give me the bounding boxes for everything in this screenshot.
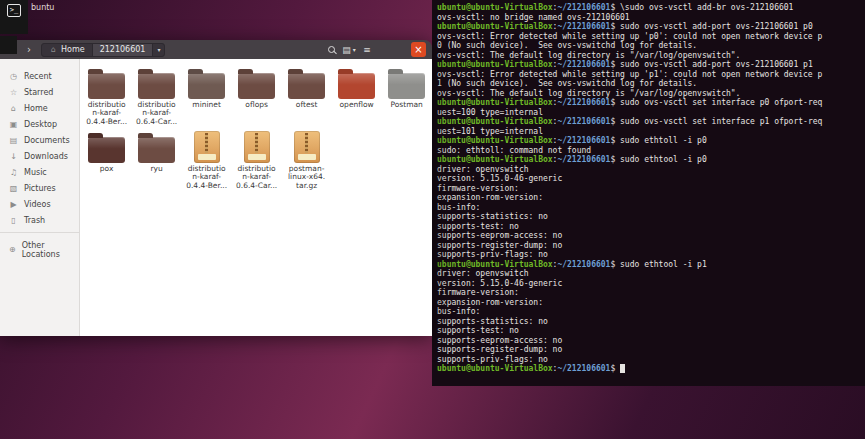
terminal-line: firmware-version:	[437, 288, 865, 298]
pictures-icon: ▧	[9, 184, 18, 193]
breadcrumb-home-label: Home	[61, 45, 85, 54]
terminal-line: supports-eeprom-access: no	[437, 336, 865, 346]
file-item[interactable]: distribution-karaf-0.4.4-Ber...	[82, 65, 132, 129]
file-item[interactable]: openflow	[332, 65, 382, 129]
terminal-cursor	[620, 364, 625, 373]
file-item[interactable]: distribution-karaf-0.4.4-Ber...	[182, 129, 232, 193]
sidebar-item-music[interactable]: ♫Music	[0, 164, 79, 180]
terminal-line: uest=101 type=internal	[437, 127, 865, 137]
trash-icon: ▯	[9, 216, 18, 225]
terminal-line: ubuntu@ubuntu-VirtualBox:~/212106601$ su…	[437, 260, 865, 270]
sidebar-item-downloads[interactable]: ↓Downloads	[0, 148, 79, 164]
sidebar-item-label: Other Locations	[22, 241, 70, 259]
file-item[interactable]: oftest	[282, 65, 332, 129]
view-toggle-button[interactable]: ▤ ▾	[341, 43, 357, 57]
list-view-icon: ▤	[342, 45, 351, 55]
terminal-line: ovs-vsctl: The default log directory is …	[437, 51, 865, 61]
terminal-line: version: 5.15.0-46-generic	[437, 174, 865, 184]
sidebar-item-pictures[interactable]: ▧Pictures	[0, 180, 79, 196]
breadcrumb-home[interactable]: ⌂ Home	[42, 44, 93, 56]
terminal-line: bus-info:	[437, 307, 865, 317]
terminal-line: expansion-rom-version:	[437, 193, 865, 203]
terminal-line: 1 (No such device). See ovs-vswitchd log…	[437, 79, 865, 89]
search-button[interactable]	[323, 43, 339, 57]
search-icon	[328, 46, 335, 53]
path-dropdown-button[interactable]: ▾	[153, 44, 164, 56]
archive-icon	[244, 131, 270, 163]
sidebar-item-desktop[interactable]: ▣Desktop	[0, 116, 79, 132]
archive-icon	[194, 131, 220, 163]
downloads-icon: ↓	[9, 152, 18, 161]
file-label: ryu	[150, 165, 162, 173]
terminal-line: ovs-vsctl: Error detected while setting …	[437, 70, 865, 80]
terminal-line: supports-register-dump: no	[437, 345, 865, 355]
music-icon: ♫	[9, 168, 18, 177]
background-window-corner	[0, 36, 17, 54]
sidebar-item-label: Pictures	[24, 184, 56, 193]
file-item[interactable]: mininet	[182, 65, 232, 129]
terminal-line: ubuntu@ubuntu-VirtualBox:~/212106601$ su…	[437, 136, 865, 146]
folder-icon	[138, 67, 175, 99]
file-label: distribution-karaf-0.6.4-Car...	[136, 101, 177, 126]
close-button[interactable]: ×	[411, 42, 426, 57]
folder-icon	[338, 67, 375, 99]
sidebar-item-label: Downloads	[24, 152, 68, 161]
terminal-line: supports-test: no	[437, 326, 865, 336]
file-item[interactable]: postman-linux-x64.tar.gz	[282, 129, 332, 193]
file-label: Postman	[390, 101, 422, 109]
breadcrumb-folder-label: 212106601	[100, 45, 146, 54]
terminal-line: ubuntu@ubuntu-VirtualBox:~/212106601$ su…	[437, 117, 865, 127]
sidebar-item-home[interactable]: ⌂Home	[0, 100, 79, 116]
sidebar-separator	[0, 232, 79, 233]
file-label: distribution-karaf-0.4.4-Ber...	[186, 165, 227, 190]
terminal-window[interactable]: ubuntu@ubuntu-VirtualBox:~/212106601$ \s…	[432, 0, 865, 386]
sidebar-item-starred[interactable]: ☆Starred	[0, 84, 79, 100]
file-label: distribution-karaf-0.6.4-Car...	[236, 165, 277, 190]
file-item[interactable]: oflops	[232, 65, 282, 129]
file-label: distribution-karaf-0.4.4-Ber...	[86, 101, 127, 126]
terminal-line: supports-priv-flags: no	[437, 250, 865, 260]
terminal-line: ovs-vsctl: The default log directory is …	[437, 89, 865, 99]
terminal-app-icon[interactable]: >_	[0, 0, 28, 34]
terminal-line: supports-test: no	[437, 222, 865, 232]
sidebar-item-label: Documents	[24, 136, 70, 145]
file-item[interactable]: pox	[82, 129, 132, 193]
sidebar-item-label: Starred	[24, 88, 53, 97]
terminal-line: driver: openvswitch	[437, 269, 865, 279]
folder-icon	[238, 67, 275, 99]
folder-icon	[88, 131, 125, 163]
sidebar-item-recent[interactable]: ◷Recent	[0, 68, 79, 84]
breadcrumb: ⌂ Home 212106601 ▾	[41, 43, 165, 57]
file-manager-headerbar: ‹ › ⌂ Home 212106601 ▾ ▤ ▾ ≡ ×	[0, 40, 432, 59]
sidebar-item-label: Recent	[24, 72, 52, 81]
forward-button[interactable]: ›	[22, 43, 36, 57]
file-label: oflops	[245, 101, 268, 109]
terminal-line: ubuntu@ubuntu-VirtualBox:~/212106601$ su…	[437, 98, 865, 108]
folder-icon	[138, 131, 175, 163]
sidebar-item-videos[interactable]: ▶Videos	[0, 196, 79, 212]
terminal-output: ubuntu@ubuntu-VirtualBox:~/212106601$ \s…	[437, 3, 865, 374]
sidebar-item-label: Music	[24, 168, 47, 177]
breadcrumb-current-folder[interactable]: 212106601	[93, 44, 154, 56]
terminal-line: ovs-vsctl: no bridge named ovs-212106601	[437, 13, 865, 23]
sidebar-item-trash[interactable]: ▯Trash	[0, 212, 79, 228]
chevron-down-icon: ▾	[353, 46, 356, 53]
desktop-icon: ▣	[9, 120, 18, 129]
terminal-line: ubuntu@ubuntu-VirtualBox:~/212106601$ su…	[437, 60, 865, 70]
terminal-line: ubuntu@ubuntu-VirtualBox:~/212106601$ su…	[437, 22, 865, 32]
file-manager-window: ‹ › ⌂ Home 212106601 ▾ ▤ ▾ ≡ × ◷Recent☆S…	[0, 40, 432, 336]
file-grid: distribution-karaf-0.4.4-Ber...distribut…	[80, 59, 432, 336]
file-item[interactable]: distribution-karaf-0.6.4-Car...	[132, 65, 182, 129]
sidebar-item-label: Videos	[24, 200, 51, 209]
sidebar-item-other-locations[interactable]: ⊕Other Locations	[0, 237, 79, 262]
file-item[interactable]: distribution-karaf-0.6.4-Car...	[232, 129, 282, 193]
file-item[interactable]: ryu	[132, 129, 182, 193]
file-item[interactable]: Postman	[382, 65, 432, 129]
folder-icon	[288, 67, 325, 99]
terminal-line: ubuntu@ubuntu-VirtualBox:~/212106601$ su…	[437, 155, 865, 165]
terminal-line: supports-statistics: no	[437, 212, 865, 222]
file-label: oftest	[296, 101, 318, 109]
sidebar-item-documents[interactable]: ▤Documents	[0, 132, 79, 148]
menu-button[interactable]: ≡	[359, 43, 375, 57]
terminal-line: sudo: ethtoll: command not found	[437, 146, 865, 156]
